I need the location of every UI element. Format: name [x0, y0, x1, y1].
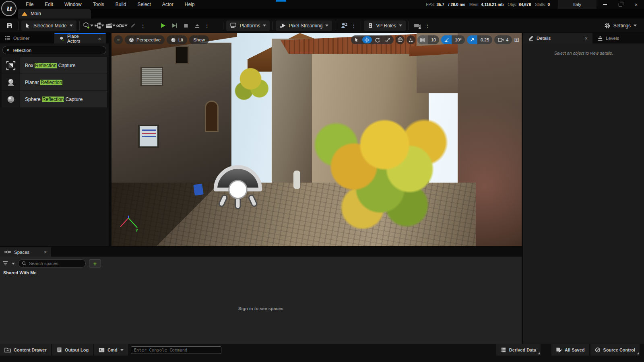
grid-snap-control[interactable]: 10: [417, 35, 439, 44]
place-actors-results: Box Reflection Capture Planar Reflection…: [0, 57, 109, 107]
vp-roles-dropdown[interactable]: VP Roles: [364, 21, 406, 31]
sequencer-button[interactable]: [116, 20, 128, 31]
frame-skip-button[interactable]: [169, 20, 180, 31]
tab-place-actors[interactable]: Place Actors ×: [54, 33, 106, 43]
pixel-streaming-dropdown[interactable]: Pixel Streaming: [276, 21, 332, 31]
scene-scooter: [293, 171, 300, 189]
stalls-label: Stalls:: [535, 2, 546, 7]
tab-levels[interactable]: Levels: [592, 33, 644, 43]
show-dropdown[interactable]: Show: [189, 35, 209, 44]
selection-mode-dropdown[interactable]: Selection Mode: [21, 21, 76, 31]
collab-options-icon[interactable]: ⋮: [349, 23, 358, 29]
list-item-sphere-reflection-capture[interactable]: Sphere Reflection Capture: [2, 91, 107, 107]
console-command-input[interactable]: [131, 346, 221, 354]
tab-details[interactable]: Details ×: [523, 33, 592, 43]
add-space-button[interactable]: +: [89, 259, 101, 267]
play-options-icon[interactable]: ⋮: [203, 23, 211, 29]
virtual-camera-button[interactable]: [412, 20, 423, 31]
camera-speed-control[interactable]: 4: [494, 35, 512, 44]
window-title: Italy: [558, 0, 597, 9]
menu-file[interactable]: File: [20, 0, 39, 9]
list-item-label: Planar Reflection: [20, 80, 62, 85]
collab-viewer-button[interactable]: [338, 20, 349, 31]
viewport-options-button[interactable]: ≡: [114, 35, 123, 44]
landscape-button[interactable]: [128, 20, 139, 31]
scale-snap-value[interactable]: 0.25: [477, 35, 492, 44]
lit-dropdown[interactable]: Lit: [167, 35, 187, 44]
grid-snap-value[interactable]: 10: [428, 35, 439, 44]
show-label: Show: [193, 37, 205, 42]
restore-button[interactable]: [613, 0, 628, 9]
chevron-down-icon[interactable]: [12, 263, 15, 265]
stop-button[interactable]: [180, 20, 192, 31]
chevron-down-icon: [124, 25, 128, 27]
tab-spaces[interactable]: Spaces ×: [0, 247, 51, 257]
menu-window[interactable]: Window: [59, 0, 87, 9]
viewport-layout-icon[interactable]: ⊞: [514, 36, 519, 43]
close-window-button[interactable]: ×: [628, 0, 644, 9]
skylight-gizmo[interactable]: [207, 158, 268, 212]
rotate-tool-button[interactable]: [373, 36, 382, 43]
settings-dropdown[interactable]: Settings: [604, 23, 637, 29]
menu-help[interactable]: Help: [179, 0, 200, 9]
platforms-dropdown[interactable]: Platforms: [226, 21, 270, 31]
world-space-toggle[interactable]: [396, 35, 405, 44]
rotation-snap-control[interactable]: 10°: [441, 35, 465, 44]
menu-select[interactable]: Select: [132, 0, 156, 9]
content-drawer-label: Content Drawer: [14, 348, 47, 352]
blueprints-button[interactable]: [94, 20, 105, 31]
minimize-button[interactable]: [597, 0, 613, 9]
place-actors-search[interactable]: ×: [2, 46, 106, 54]
clear-search-icon[interactable]: ×: [6, 47, 10, 53]
source-control-button[interactable]: Source Control: [590, 344, 640, 356]
spaces-search-input[interactable]: [29, 261, 77, 266]
play-button[interactable]: [158, 20, 169, 31]
surface-snap-button[interactable]: [407, 35, 415, 44]
derived-data-button[interactable]: Derived Data: [496, 344, 541, 356]
axis-y-label: Y: [136, 228, 138, 232]
eject-button[interactable]: [192, 20, 203, 31]
all-saved-button[interactable]: All Saved: [551, 344, 589, 356]
menu-build[interactable]: Build: [110, 0, 132, 9]
rotation-snap-value[interactable]: 10°: [452, 35, 465, 44]
add-actor-button[interactable]: [83, 20, 94, 31]
spaces-search[interactable]: [18, 259, 86, 267]
rotate-icon: [375, 37, 380, 43]
toolbar-overflow-icon[interactable]: ⋮: [139, 23, 147, 29]
list-item-box-reflection-capture[interactable]: Box Reflection Capture: [2, 57, 107, 74]
list-item-planar-reflection[interactable]: Planar Reflection: [2, 74, 107, 90]
scene-blue-object: [193, 184, 204, 196]
close-tab-icon[interactable]: ×: [584, 35, 588, 41]
badge-icon: [367, 23, 373, 29]
viewport-toolbar: ≡ Perspective Lit Show: [111, 35, 522, 45]
scale-snap-control[interactable]: 0.25: [467, 35, 492, 44]
close-tab-icon[interactable]: ×: [44, 249, 47, 255]
output-log-button[interactable]: Output Log: [52, 344, 93, 356]
cinematics-button[interactable]: [105, 20, 116, 31]
cmd-dropdown[interactable]: Cmd: [94, 344, 128, 356]
level-viewport[interactable]: Y ≡ Perspective Lit Show: [111, 33, 522, 246]
tab-outliner[interactable]: Outliner: [0, 33, 54, 43]
levels-icon: [597, 35, 603, 41]
search-input[interactable]: [13, 48, 93, 53]
move-tool-button[interactable]: [362, 36, 372, 43]
surface-snap-icon: [408, 37, 413, 43]
menu-edit[interactable]: Edit: [39, 0, 59, 9]
axis-gizmo: [117, 215, 145, 233]
select-tool-button[interactable]: [352, 36, 361, 43]
chevron-down-icon: [399, 25, 402, 27]
menu-actor[interactable]: Actor: [157, 0, 179, 9]
close-tab-icon[interactable]: ×: [98, 36, 101, 42]
tab-main-level[interactable]: Main: [18, 9, 91, 19]
menu-tools[interactable]: Tools: [87, 0, 110, 9]
save-button[interactable]: [4, 20, 15, 31]
scale-tool-button[interactable]: [383, 36, 393, 43]
vcam-options-icon[interactable]: ⋮: [423, 23, 431, 29]
filter-icon[interactable]: [2, 261, 8, 266]
sphere-reflection-icon: [2, 91, 20, 107]
globe-icon: [397, 37, 403, 43]
perspective-dropdown[interactable]: Perspective: [125, 35, 165, 44]
content-drawer-button[interactable]: Content Drawer: [0, 344, 51, 356]
details-panel: Details × Levels Select an object to vie…: [523, 33, 644, 344]
scale-snap-icon: [467, 35, 477, 44]
